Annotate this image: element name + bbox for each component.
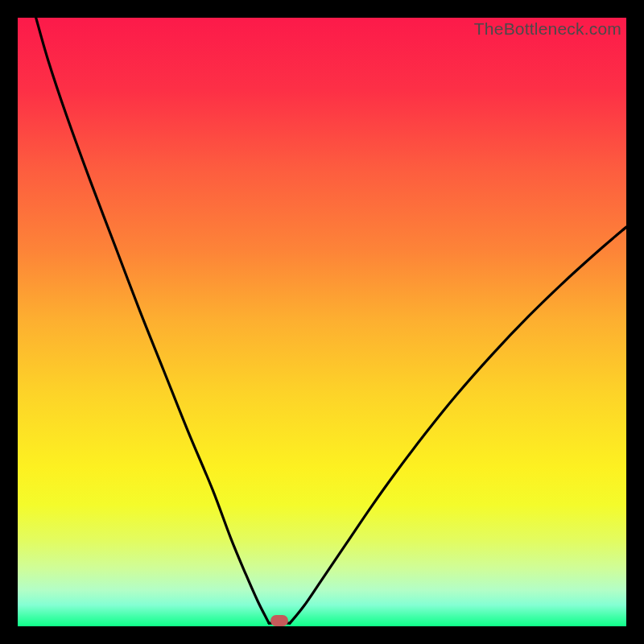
- watermark-label: TheBottleneck.com: [474, 19, 621, 39]
- bottleneck-marker: [270, 615, 288, 626]
- bottleneck-curve: [18, 18, 626, 626]
- chart-frame: TheBottleneck.com: [0, 0, 644, 644]
- plot-area: TheBottleneck.com: [18, 18, 626, 626]
